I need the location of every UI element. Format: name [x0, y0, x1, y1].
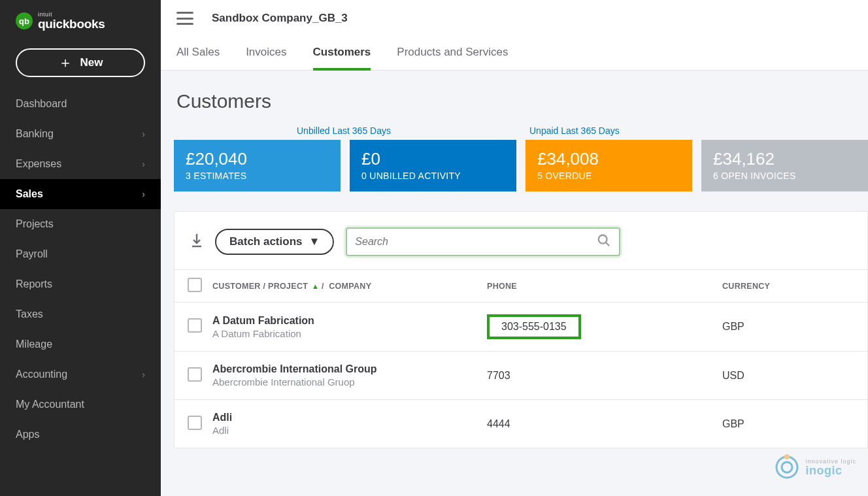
- sidebar-item-label: My Accountant: [16, 399, 84, 410]
- sidebar-item-taxes[interactable]: Taxes: [0, 299, 161, 329]
- menu-toggle-icon[interactable]: [176, 12, 193, 25]
- customer-name: Adli: [212, 412, 476, 423]
- stat-card-1[interactable]: £00 UNBILLED ACTIVITY: [350, 140, 516, 191]
- customers-table: CUSTOMER / PROJECT ▲ / COMPANY PHONE CUR…: [175, 269, 867, 448]
- customer-company: Abercrombie International Gruop: [212, 376, 476, 388]
- new-button[interactable]: ＋ New: [16, 48, 145, 77]
- sidebar-item-label: Dashboard: [16, 98, 67, 110]
- search-field[interactable]: [346, 227, 620, 256]
- tab-invoices[interactable]: Invoices: [246, 37, 286, 71]
- customers-panel: Batch actions ▼: [174, 211, 868, 448]
- sidebar-item-payroll[interactable]: Payroll: [0, 239, 161, 269]
- stats-section: Unbilled Last 365 Days Unpaid Last 365 D…: [174, 125, 868, 211]
- table-row[interactable]: A Datum FabricationA Datum Fabrication30…: [175, 303, 867, 352]
- search-icon: [597, 233, 611, 250]
- unpaid-header: Unpaid Last 365 Days: [514, 125, 868, 136]
- tab-all-sales[interactable]: All Sales: [176, 37, 220, 71]
- tab-products-and-services[interactable]: Products and Services: [397, 37, 508, 71]
- page-title: Customers: [176, 90, 868, 112]
- sidebar-item-dashboard[interactable]: Dashboard: [0, 89, 161, 119]
- sidebar-item-label: Accounting: [16, 369, 67, 380]
- sidebar-item-label: Mileage: [16, 339, 52, 350]
- customer-currency: USD: [717, 352, 867, 400]
- sales-tabs: All SalesInvoicesCustomersProducts and S…: [161, 37, 868, 71]
- customer-phone: 303-555-0135: [482, 303, 717, 352]
- stat-amount: £34,008: [537, 149, 680, 169]
- table-row[interactable]: Abercrombie International GroupAbercromb…: [175, 352, 867, 400]
- chevron-right-icon: ›: [142, 159, 145, 169]
- sidebar-item-label: Reports: [16, 278, 52, 290]
- company-name: Sandbox Company_GB_3: [212, 12, 348, 25]
- stat-label: 3 ESTIMATES: [186, 171, 329, 181]
- customer-company: Adli: [212, 425, 476, 436]
- stat-card-3[interactable]: £34,1626 OPEN INVOICES: [701, 140, 868, 191]
- customer-name: A Datum Fabrication: [212, 315, 476, 327]
- sidebar-item-label: Taxes: [16, 308, 43, 320]
- svg-point-0: [599, 235, 607, 244]
- new-button-label: New: [80, 56, 103, 69]
- row-checkbox[interactable]: [188, 318, 202, 333]
- brand-logo: qb intuit quickbooks: [0, 8, 161, 37]
- sidebar-item-mileage[interactable]: Mileage: [0, 329, 161, 359]
- sidebar-item-projects[interactable]: Projects: [0, 209, 161, 239]
- caret-down-icon: ▼: [309, 235, 320, 248]
- stat-label: 0 UNBILLED ACTIVITY: [361, 171, 505, 181]
- customer-name: Abercrombie International Group: [212, 363, 476, 375]
- stat-card-2[interactable]: £34,0085 OVERDUE: [526, 140, 692, 191]
- highlight-box: 303-555-0135: [487, 314, 581, 339]
- plus-icon: ＋: [58, 56, 73, 70]
- sidebar-item-apps[interactable]: Apps: [0, 420, 161, 450]
- qb-logo-icon: qb: [16, 12, 33, 29]
- col-phone[interactable]: PHONE: [482, 270, 717, 303]
- table-row[interactable]: AdliAdli4444GBP: [175, 400, 867, 448]
- sidebar-item-sales[interactable]: Sales›: [0, 179, 161, 209]
- chevron-right-icon: ›: [142, 189, 145, 199]
- sidebar-nav: DashboardBanking›Expenses›Sales›Projects…: [0, 89, 161, 450]
- sidebar-item-label: Apps: [16, 429, 39, 440]
- col-currency[interactable]: CURRENCY: [717, 270, 867, 303]
- chevron-right-icon: ›: [142, 129, 145, 139]
- customer-company: A Datum Fabrication: [212, 328, 476, 339]
- row-checkbox[interactable]: [188, 367, 202, 382]
- stat-amount: £0: [361, 149, 505, 169]
- sidebar-item-expenses[interactable]: Expenses›: [0, 149, 161, 179]
- sidebar-item-label: Payroll: [16, 248, 48, 260]
- sidebar-item-reports[interactable]: Reports: [0, 269, 161, 299]
- search-input[interactable]: [355, 236, 597, 248]
- sidebar-item-label: Expenses: [16, 158, 61, 170]
- sidebar-item-banking[interactable]: Banking›: [0, 119, 161, 149]
- select-all-checkbox[interactable]: [188, 278, 202, 292]
- batch-actions-label: Batch actions: [229, 235, 302, 248]
- tab-customers[interactable]: Customers: [313, 37, 371, 71]
- row-checkbox[interactable]: [188, 416, 202, 430]
- chevron-right-icon: ›: [142, 369, 145, 380]
- stat-card-0[interactable]: £20,0403 ESTIMATES: [174, 140, 341, 191]
- stat-label: 5 OVERDUE: [537, 171, 680, 181]
- col-customer[interactable]: CUSTOMER / PROJECT ▲ / COMPANY: [207, 270, 482, 303]
- sidebar-item-label: Banking: [16, 128, 54, 140]
- customer-phone: 4444: [482, 400, 717, 448]
- brand-product: quickbooks: [38, 18, 105, 30]
- customer-currency: GBP: [717, 303, 867, 352]
- sidebar-item-label: Sales: [16, 188, 43, 200]
- customer-phone: 7703: [482, 352, 717, 400]
- stat-label: 6 OPEN INVOICES: [713, 171, 856, 181]
- main-content: Sandbox Company_GB_3 All SalesInvoicesCu…: [161, 0, 868, 496]
- sidebar: qb intuit quickbooks ＋ New DashboardBank…: [0, 0, 161, 496]
- sort-asc-icon: ▲: [312, 282, 319, 290]
- import-icon[interactable]: [190, 233, 203, 251]
- stat-amount: £34,162: [713, 149, 856, 169]
- table-toolbar: Batch actions ▼: [175, 227, 867, 269]
- customer-currency: GBP: [717, 400, 867, 448]
- batch-actions-button[interactable]: Batch actions ▼: [215, 229, 334, 255]
- sidebar-item-my-accountant[interactable]: My Accountant: [0, 389, 161, 420]
- top-bar: Sandbox Company_GB_3: [161, 0, 868, 37]
- sidebar-item-label: Projects: [16, 218, 54, 230]
- unbilled-header: Unbilled Last 365 Days: [174, 125, 514, 136]
- stat-amount: £20,040: [186, 149, 329, 169]
- sidebar-item-accounting[interactable]: Accounting›: [0, 359, 161, 389]
